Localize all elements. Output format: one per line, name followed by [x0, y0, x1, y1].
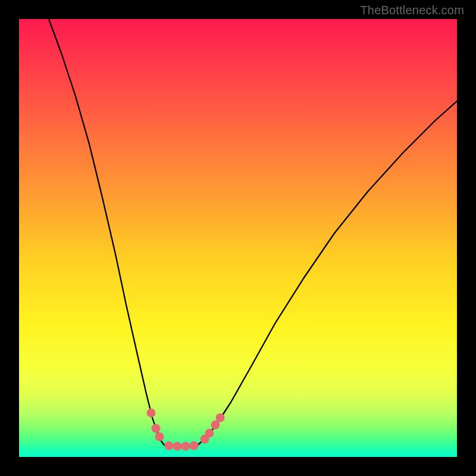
marker-dot: [173, 442, 182, 451]
marker-dot: [216, 414, 225, 422]
watermark-text: TheBottleneck.com: [360, 4, 464, 17]
bottleneck-curve: [49, 19, 457, 446]
marker-dot: [152, 424, 161, 433]
curve-group: [49, 19, 457, 446]
marker-dot: [190, 441, 199, 450]
marker-dot: [155, 433, 164, 441]
chart-svg: [19, 19, 457, 457]
marker-dot: [165, 441, 174, 450]
marker-dot: [181, 442, 190, 451]
marker-dot: [147, 409, 156, 418]
marker-dot: [205, 429, 214, 438]
outer-frame: TheBottleneck.com: [0, 0, 476, 476]
plot-area: [19, 19, 457, 457]
